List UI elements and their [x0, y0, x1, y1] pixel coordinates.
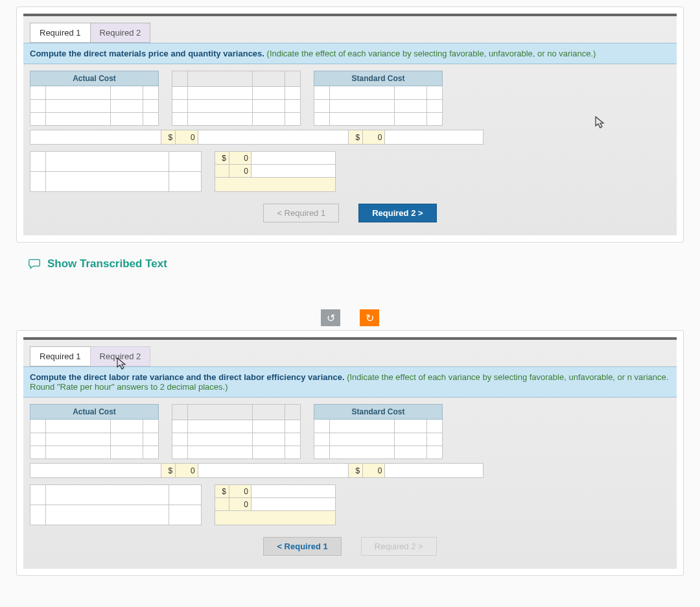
- sub-val-1b[interactable]: 0: [229, 485, 251, 498]
- totals-row-2: $ 0 $ 0: [30, 463, 484, 478]
- standard-cost-block: Standard Cost: [314, 71, 443, 126]
- sub-dollar-2: $: [215, 485, 229, 498]
- dollar-sign-1b: $: [161, 464, 176, 478]
- standard-cost-header-2: Standard Cost: [314, 405, 443, 420]
- standard-cost-block-2: Standard Cost: [314, 404, 443, 459]
- control-row: ↺ ↻: [16, 309, 684, 326]
- question-card-1: Required 1 Required 2 Compute the direct…: [16, 6, 684, 243]
- actual-cost-block: Actual Cost: [30, 71, 159, 126]
- next-required-button[interactable]: Required 2 >: [358, 204, 436, 222]
- total-value-2[interactable]: 0: [363, 130, 385, 145]
- standard-cost-header: Standard Cost: [314, 71, 443, 86]
- sub-val-1[interactable]: 0: [229, 152, 251, 165]
- dollar-sign-2: $: [348, 130, 362, 145]
- question-card-2: Required 1 Required 2 Compute the direct…: [16, 330, 684, 576]
- sub-right-block: $ 0 0: [215, 151, 336, 192]
- dollar-sign-1: $: [161, 130, 176, 145]
- instruction-bar-2: Compute the direct labor rate variance a…: [23, 366, 677, 398]
- middle-block-1: [172, 71, 301, 126]
- instruction-bar: Compute the direct materials price and q…: [23, 43, 677, 64]
- sub-right-block-2: $ 0 0: [215, 484, 336, 525]
- tab-required-2[interactable]: Required 2: [90, 23, 151, 43]
- tabs-row-2: Required 1 Required 2: [23, 340, 677, 366]
- nav-row: < Required 1 Required 2 >: [30, 204, 670, 222]
- instruction-hint: (Indicate the effect of each variance by…: [267, 49, 596, 58]
- top-grid-row: Actual Cost Standard Cost: [30, 71, 670, 126]
- instruction-bold: Compute the direct materials price and q…: [30, 49, 264, 58]
- panel-1: Required 1 Required 2 Compute the direct…: [23, 14, 677, 235]
- tab-required-1[interactable]: Required 1: [30, 23, 91, 43]
- tab2-required-2-label: Required 2: [100, 351, 141, 361]
- total-value-2b[interactable]: 0: [363, 464, 385, 478]
- panel-2: Required 1 Required 2 Compute the direct…: [23, 337, 677, 569]
- total-value-1[interactable]: 0: [176, 130, 198, 145]
- tab2-required-2[interactable]: Required 2: [90, 346, 151, 366]
- sub-left-block-2: [30, 484, 202, 525]
- nav-row-2: < Required 1 Required 2 >: [30, 537, 670, 556]
- totals-row: $ 0 $ 0: [30, 130, 484, 145]
- sub-dollar: $: [215, 152, 229, 165]
- worksheet: Actual Cost Standard Cost: [23, 64, 677, 235]
- tabs-row: Required 1 Required 2: [23, 16, 677, 43]
- next-required-button-2[interactable]: Required 2 >: [361, 537, 437, 556]
- actual-cost-header-2: Actual Cost: [30, 405, 159, 420]
- total-value-1b[interactable]: 0: [176, 464, 198, 478]
- speech-bubble-icon: [28, 257, 41, 270]
- redo-button[interactable]: ↻: [360, 309, 379, 326]
- show-transcribed-label: Show Transcribed Text: [47, 257, 167, 270]
- middle-block-2: [172, 404, 301, 459]
- undo-button[interactable]: ↺: [321, 309, 340, 326]
- sub-left-block: [30, 151, 202, 192]
- worksheet-2: Actual Cost Standard Cost: [23, 398, 677, 569]
- dollar-sign-2b: $: [348, 464, 362, 478]
- actual-cost-block-2: Actual Cost: [30, 404, 159, 459]
- tab2-required-1[interactable]: Required 1: [30, 346, 91, 366]
- actual-cost-header: Actual Cost: [30, 71, 159, 86]
- prev-required-button[interactable]: < Required 1: [263, 204, 339, 222]
- sub-val-2b[interactable]: 0: [229, 498, 251, 511]
- sub-val-2[interactable]: 0: [229, 165, 251, 178]
- prev-required-button-2[interactable]: < Required 1: [263, 537, 341, 556]
- instruction-bold-2: Compute the direct labor rate variance a…: [30, 372, 345, 382]
- show-transcribed-link[interactable]: Show Transcribed Text: [16, 252, 684, 309]
